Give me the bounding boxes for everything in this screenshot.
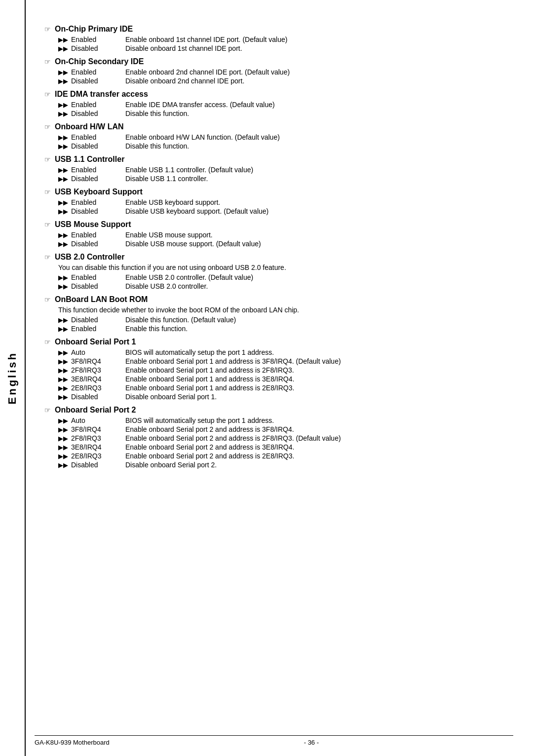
option-desc: Enable onboard Serial port 2 and address… xyxy=(125,434,503,442)
option-label: Disabled xyxy=(71,316,125,324)
option-desc: Enable USB 2.0 controller. (Default valu… xyxy=(125,273,503,281)
option-row: ▶▶DisabledDisable onboard 1st channel ID… xyxy=(58,44,503,52)
section-label-onboard-serial-port-2: Onboard Serial Port 2 xyxy=(55,406,136,415)
option-desc: BIOS will automatically setup the port 1… xyxy=(125,348,503,356)
section-icon-on-chip-primary-ide: ☞ xyxy=(44,25,51,33)
section-label-onboard-serial-port-1: Onboard Serial Port 1 xyxy=(55,338,136,346)
section-onboard-lan-boot-rom: ☞OnBoard LAN Boot ROMThis function decid… xyxy=(44,295,503,333)
option-row: ▶▶2F8/IRQ3Enable onboard Serial port 2 a… xyxy=(58,434,503,442)
option-label: Disabled xyxy=(71,461,125,469)
option-desc: Disable this function. xyxy=(125,142,503,150)
section-usb-mouse-support: ☞USB Mouse Support▶▶EnabledEnable USB mo… xyxy=(44,220,503,248)
footer-center: - 36 - xyxy=(304,739,319,746)
option-desc: Disable onboard Serial port 2. xyxy=(125,461,503,469)
bullet-icon: ▶▶ xyxy=(58,435,68,442)
section-usb-20-controller: ☞USB 2.0 ControllerYou can disable this … xyxy=(44,253,503,290)
main-content: ☞On-Chip Primary IDE▶▶EnabledEnable onbo… xyxy=(35,0,533,503)
bullet-icon: ▶▶ xyxy=(58,349,68,356)
section-title-onboard-hw-lan: ☞Onboard H/W LAN xyxy=(44,122,503,131)
bullet-icon: ▶▶ xyxy=(58,393,68,401)
option-label: 2E8/IRQ3 xyxy=(71,384,125,392)
option-label: Enabled xyxy=(71,133,125,141)
option-desc: Enable onboard Serial port 1 and address… xyxy=(125,357,503,365)
option-row: ▶▶DisabledDisable this function. xyxy=(58,110,503,117)
option-row: ▶▶EnabledEnable this function. xyxy=(58,325,503,333)
bullet-icon: ▶▶ xyxy=(58,166,68,174)
option-desc: Disable USB 1.1 controller. xyxy=(125,175,503,183)
option-desc: Enable onboard 2nd channel IDE port. (De… xyxy=(125,68,503,76)
option-row: ▶▶EnabledEnable USB 2.0 controller. (Def… xyxy=(58,273,503,281)
bullet-icon: ▶▶ xyxy=(58,444,68,451)
section-label-usb-11-controller: USB 1.1 Controller xyxy=(55,155,124,164)
section-title-usb-11-controller: ☞USB 1.1 Controller xyxy=(44,155,503,164)
option-label: 3E8/IRQ4 xyxy=(71,443,125,451)
bullet-icon: ▶▶ xyxy=(58,316,68,324)
section-label-onboard-lan-boot-rom: OnBoard LAN Boot ROM xyxy=(55,295,148,304)
option-row: ▶▶EnabledEnable USB keyboard support. xyxy=(58,198,503,206)
option-row: ▶▶2E8/IRQ3Enable onboard Serial port 1 a… xyxy=(58,384,503,392)
option-row: ▶▶3F8/IRQ4Enable onboard Serial port 1 a… xyxy=(58,357,503,365)
option-label: Auto xyxy=(71,348,125,356)
option-label: Disabled xyxy=(71,240,125,248)
option-row: ▶▶DisabledDisable onboard 2nd channel ID… xyxy=(58,77,503,85)
option-desc: Enable onboard Serial port 1 and address… xyxy=(125,384,503,392)
option-row: ▶▶2F8/IRQ3Enable onboard Serial port 1 a… xyxy=(58,366,503,374)
option-desc: Disable onboard Serial port 1. xyxy=(125,393,503,401)
section-note-onboard-lan-boot-rom: This function decide whether to invoke t… xyxy=(58,306,503,314)
option-row: ▶▶DisabledDisable onboard Serial port 2. xyxy=(58,461,503,469)
section-title-usb-keyboard-support: ☞USB Keyboard Support xyxy=(44,188,503,196)
section-icon-onboard-lan-boot-rom: ☞ xyxy=(44,296,51,303)
section-title-onboard-lan-boot-rom: ☞OnBoard LAN Boot ROM xyxy=(44,295,503,304)
section-icon-ide-dma-transfer: ☞ xyxy=(44,90,51,98)
section-title-onboard-serial-port-1: ☞Onboard Serial Port 1 xyxy=(44,338,503,346)
section-title-ide-dma-transfer: ☞IDE DMA transfer access xyxy=(44,90,503,99)
option-row: ▶▶DisabledDisable USB mouse support. (De… xyxy=(58,240,503,248)
option-label: Disabled xyxy=(71,142,125,150)
bullet-icon: ▶▶ xyxy=(58,36,68,43)
option-desc: Disable USB keyboard support. (Default v… xyxy=(125,207,503,215)
section-onboard-hw-lan: ☞Onboard H/W LAN▶▶EnabledEnable onboard … xyxy=(44,122,503,150)
footer-left: GA-K8U-939 Motherboard xyxy=(35,739,110,746)
option-row: ▶▶EnabledEnable USB 1.1 controller. (Def… xyxy=(58,166,503,174)
section-icon-usb-20-controller: ☞ xyxy=(44,253,51,261)
section-icon-on-chip-secondary-ide: ☞ xyxy=(44,58,51,66)
option-desc: Enable this function. xyxy=(125,325,503,333)
option-row: ▶▶AutoBIOS will automatically setup the … xyxy=(58,348,503,356)
option-desc: Enable onboard Serial port 1 and address… xyxy=(125,366,503,374)
option-desc: Enable USB 1.1 controller. (Default valu… xyxy=(125,166,503,174)
option-desc: Enable USB mouse support. xyxy=(125,231,503,239)
bullet-icon: ▶▶ xyxy=(58,110,68,117)
option-label: Enabled xyxy=(71,68,125,76)
option-label: 3E8/IRQ4 xyxy=(71,375,125,383)
section-on-chip-secondary-ide: ☞On-Chip Secondary IDE▶▶EnabledEnable on… xyxy=(44,57,503,85)
section-title-on-chip-secondary-ide: ☞On-Chip Secondary IDE xyxy=(44,57,503,66)
option-row: ▶▶DisabledDisable USB keyboard support. … xyxy=(58,207,503,215)
option-row: ▶▶2E8/IRQ3Enable onboard Serial port 2 a… xyxy=(58,452,503,460)
bullet-icon: ▶▶ xyxy=(58,143,68,150)
option-desc: BIOS will automatically setup the port 1… xyxy=(125,416,503,424)
section-onboard-serial-port-1: ☞Onboard Serial Port 1▶▶AutoBIOS will au… xyxy=(44,338,503,401)
option-label: 2E8/IRQ3 xyxy=(71,452,125,460)
option-label: Enabled xyxy=(71,101,125,109)
option-label: 3F8/IRQ4 xyxy=(71,425,125,433)
section-icon-usb-mouse-support: ☞ xyxy=(44,221,51,228)
option-row: ▶▶AutoBIOS will automatically setup the … xyxy=(58,416,503,424)
option-desc: Disable this function. xyxy=(125,110,503,117)
bullet-icon: ▶▶ xyxy=(58,208,68,215)
option-label: Disabled xyxy=(71,393,125,401)
option-label: Disabled xyxy=(71,207,125,215)
section-title-on-chip-primary-ide: ☞On-Chip Primary IDE xyxy=(44,25,503,34)
option-desc: Enable USB keyboard support. xyxy=(125,198,503,206)
option-label: Disabled xyxy=(71,77,125,85)
bullet-icon: ▶▶ xyxy=(58,358,68,365)
option-label: Enabled xyxy=(71,273,125,281)
option-row: ▶▶DisabledDisable USB 2.0 controller. xyxy=(58,282,503,290)
option-desc: Enable onboard Serial port 1 and address… xyxy=(125,375,503,383)
section-icon-onboard-serial-port-2: ☞ xyxy=(44,406,51,414)
option-desc: Enable IDE DMA transfer access. (Default… xyxy=(125,101,503,109)
bullet-icon: ▶▶ xyxy=(58,175,68,183)
option-label: Disabled xyxy=(71,110,125,117)
bullet-icon: ▶▶ xyxy=(58,101,68,109)
option-row: ▶▶EnabledEnable IDE DMA transfer access.… xyxy=(58,101,503,109)
option-row: ▶▶DisabledDisable USB 1.1 controller. xyxy=(58,175,503,183)
